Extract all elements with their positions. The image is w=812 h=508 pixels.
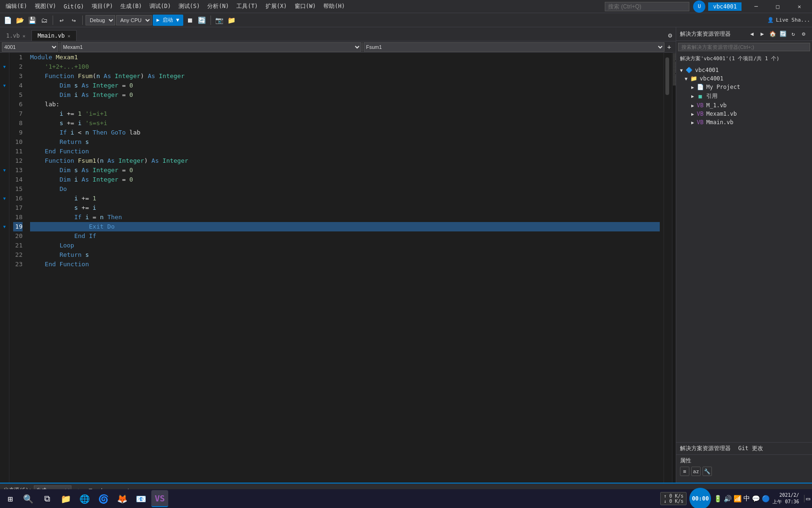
main-search-input[interactable] [605, 2, 689, 11]
new-file-button[interactable]: 📄 [2, 15, 13, 26]
bluetooth-icon[interactable]: 🔵 [762, 495, 770, 502]
scrollbar[interactable] [664, 53, 672, 483]
ln-22: 22 [13, 250, 23, 260]
code-line-23: End Function [30, 260, 660, 269]
tab-1vb-close[interactable]: ✕ [23, 33, 25, 39]
close-button[interactable]: ✕ [789, 0, 810, 13]
save-button[interactable]: 💾 [26, 15, 38, 26]
language-icon[interactable]: 中 [743, 494, 750, 503]
tab-mmain[interactable]: Mmain.vb ✕ [31, 30, 77, 41]
menu-view[interactable]: 视图(V) [31, 1, 60, 11]
undo-button[interactable]: ↩ [56, 15, 67, 26]
menu-tools[interactable]: 工具(T) [233, 1, 262, 11]
panel-sync-button[interactable]: 🔄 [778, 29, 788, 39]
ln-6: 6 [13, 100, 23, 109]
taskbar-task-view[interactable]: ⧉ [39, 490, 55, 507]
git-changes-tab[interactable]: Git 更改 [738, 444, 763, 452]
tree-label-m1: M_1.vb [706, 102, 726, 109]
panel-settings-button[interactable]: ⚙ [799, 29, 808, 39]
gutter-3-collapse[interactable]: ▼ [0, 81, 9, 90]
panel-forward-button[interactable]: ▶ [757, 29, 767, 39]
minimap-content: ████████████████████████████████████████… [672, 53, 676, 483]
taskbar-browser[interactable]: 🌀 [95, 490, 112, 507]
vb-file-icon-mexam1: VB [696, 111, 704, 117]
maximize-button[interactable]: □ [767, 0, 789, 13]
tab-mmain-close[interactable]: ✕ [68, 33, 70, 39]
taskbar-vs[interactable]: VS [151, 490, 168, 507]
code-navigation-bar: 4001 Mexam1 Fsum1 + [0, 41, 676, 53]
live-share-button[interactable]: 👤 Live Sha... [767, 17, 810, 23]
cpu-select[interactable]: Any CPU [116, 15, 152, 25]
screenshot-button[interactable]: 📷 [214, 15, 225, 26]
props-az-btn[interactable]: az [691, 467, 701, 476]
save-all-button[interactable]: 🗂 [39, 15, 50, 26]
chat-icon[interactable]: 💬 [752, 495, 760, 502]
taskbar-files[interactable]: 📁 [57, 490, 74, 507]
gutter-12-collapse[interactable]: ▼ [0, 166, 9, 175]
add-member-button[interactable]: + [664, 42, 674, 52]
code-content[interactable]: Module Mexam1 '1+2+...+100 Function Fsum… [26, 53, 664, 483]
start-button[interactable]: ⊞ [2, 490, 19, 507]
myproject-icon: 📄 [696, 84, 704, 90]
open-button[interactable]: 📂 [14, 15, 25, 26]
panel-home-button[interactable]: 🏠 [768, 29, 777, 39]
menu-project[interactable]: 项目(P) [88, 1, 117, 11]
tree-item-mmain[interactable]: ▶ VB Mmain.vb [676, 118, 812, 127]
solution-explorer-tab[interactable]: 解决方案资源管理器 [680, 444, 731, 452]
network-icon[interactable]: 📶 [734, 495, 742, 502]
gutter-15-collapse[interactable]: ▼ [0, 194, 9, 203]
debug-config-select[interactable]: Debug [86, 15, 115, 25]
tree-item-root[interactable]: ▼ 🔷 vbc4001 [676, 66, 812, 74]
tree-item-myproject[interactable]: ▶ 📄 My Project [676, 83, 812, 91]
menu-debug[interactable]: 调试(D) [146, 1, 175, 11]
class-select[interactable]: Mexam1 [61, 42, 361, 52]
gutter-14 [0, 184, 9, 194]
tab-1vb[interactable]: 1.vb ✕ [0, 30, 31, 41]
menu-git[interactable]: Git(G) [60, 2, 87, 11]
volume-icon[interactable]: 🔊 [724, 495, 732, 502]
redo-button[interactable]: ↪ [68, 15, 79, 26]
stop-button[interactable]: ⏹ [184, 15, 195, 26]
taskbar-search[interactable]: 🔍 [20, 490, 37, 507]
menu-help[interactable]: 帮助(H) [320, 1, 349, 11]
ln-7: 7 [13, 109, 23, 119]
taskbar-edge[interactable]: 🌐 [76, 490, 93, 507]
panel-back-button[interactable]: ◀ [747, 29, 757, 39]
tree-item-references[interactable]: ▶ ■ 引用 [676, 91, 812, 101]
tree-item-mexam1[interactable]: ▶ VB Mexam1.vb [676, 110, 812, 118]
folder-button[interactable]: 📁 [226, 15, 237, 26]
taskbar-right: ↑ 0 K/s ↓ 0 K/s 00:00 🔋 🔊 📶 中 💬 🔵 2021/2… [660, 488, 810, 508]
namespace-select[interactable]: 4001 [2, 42, 58, 52]
run-button[interactable]: ▶ 启动 ▼ [153, 15, 183, 26]
menu-test[interactable]: 测试(S) [175, 1, 204, 11]
restart-button[interactable]: 🔄 [196, 15, 208, 26]
taskbar-firefox[interactable]: 🦊 [114, 490, 131, 507]
clock-widget[interactable]: 00:00 [689, 488, 711, 508]
show-desktop-button[interactable]: ▭ [804, 495, 810, 502]
props-category-btn[interactable]: ≡ [680, 467, 689, 476]
toolbar-separator-2 [82, 16, 83, 25]
code-line-12: Function Fsum1(n As Integer) As Integer [30, 156, 660, 166]
gutter-11 [0, 156, 9, 166]
gutter-18-collapse[interactable]: ▼ [0, 222, 9, 231]
member-select[interactable]: Fsum1 [364, 42, 664, 52]
menu-build[interactable]: 生成(B) [117, 1, 146, 11]
ln-16: 16 [13, 194, 23, 203]
menu-window[interactable]: 窗口(W) [291, 1, 320, 11]
solution-search-input[interactable] [678, 43, 810, 51]
panel-refresh-button[interactable]: ↻ [789, 29, 798, 39]
taskbar-email[interactable]: 📧 [133, 490, 149, 507]
menu-extensions[interactable]: 扩展(X) [262, 1, 291, 11]
user-avatar[interactable]: U [693, 0, 705, 13]
tree-item-m1[interactable]: ▶ VB M_1.vb [676, 101, 812, 110]
props-wrench-btn[interactable]: 🔧 [703, 467, 712, 476]
scroll-thumb[interactable] [665, 57, 669, 95]
gutter-16 [0, 203, 9, 213]
menu-edit[interactable]: 编辑(E) [2, 1, 31, 11]
gutter-1-collapse[interactable]: ▼ [0, 62, 9, 71]
battery-icon[interactable]: 🔋 [714, 495, 722, 502]
menu-analyze[interactable]: 分析(N) [203, 1, 233, 11]
minimize-button[interactable]: ─ [745, 0, 767, 13]
tree-item-vbc4001[interactable]: ▼ 📁 vbc4001 [676, 74, 812, 83]
split-editor-button[interactable]: ⚙ [664, 30, 676, 41]
